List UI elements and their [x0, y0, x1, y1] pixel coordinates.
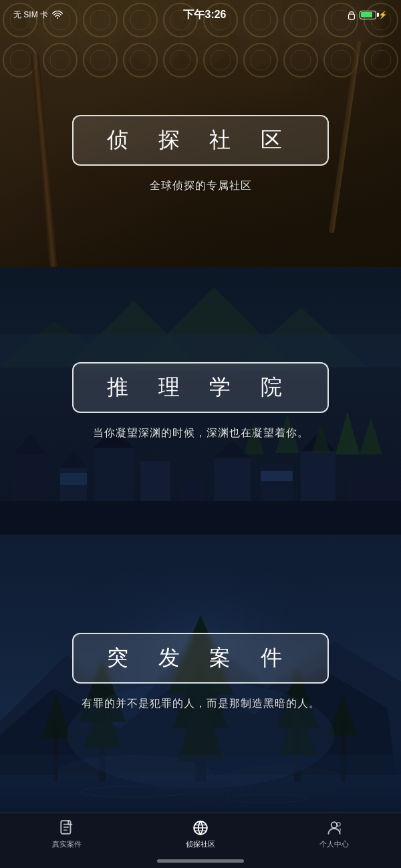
battery-body	[360, 11, 376, 19]
nav-label-community: 侦探社区	[186, 839, 215, 849]
nav-label-profile: 个人中心	[319, 839, 349, 849]
battery-fill	[361, 12, 372, 17]
nav-item-community[interactable]: 侦探社区	[134, 819, 267, 849]
svg-rect-1	[349, 14, 355, 19]
person-icon	[325, 819, 343, 837]
globe-icon	[192, 819, 209, 837]
nav-item-cases[interactable]: 真实案件	[0, 819, 134, 849]
section-reasoning-academy: 推 理 学 院 当你凝望深渊的时候，深渊也在凝望着你。	[0, 267, 401, 535]
battery: ⚡	[360, 11, 388, 19]
status-left: 无 SIM 卡	[13, 9, 63, 21]
status-bar: 无 SIM 卡 下午3:26 ⚡	[0, 0, 401, 29]
section3-title-box[interactable]: 突 发 案 件	[72, 633, 329, 684]
section3-subtitle: 有罪的并不是犯罪的人，而是那制造黑暗的人。	[68, 697, 333, 711]
home-indicator	[157, 859, 244, 863]
section2-title-box[interactable]: 推 理 学 院	[72, 362, 329, 413]
svg-rect-27	[0, 401, 401, 535]
status-time: 下午3:26	[183, 8, 226, 22]
section1-title: 侦 探 社 区	[107, 126, 295, 155]
section2-title: 推 理 学 院	[107, 373, 295, 402]
svg-point-61	[331, 822, 338, 828]
no-sim-label: 无 SIM 卡	[13, 9, 48, 21]
section3-title: 突 发 案 件	[107, 643, 295, 673]
section-emergency-cases: 突 发 案 件 有罪的并不是犯罪的人，而是那制造黑暗的人。	[0, 535, 401, 822]
wifi-icon	[52, 11, 63, 19]
svg-point-0	[57, 17, 58, 19]
section1-title-box[interactable]: 侦 探 社 区	[72, 115, 329, 166]
bolt-icon: ⚡	[378, 11, 388, 19]
nav-label-cases: 真实案件	[52, 839, 82, 849]
nav-item-profile[interactable]: 个人中心	[267, 819, 401, 849]
mountain-bg	[0, 267, 401, 368]
lock-icon	[347, 9, 356, 20]
section-detective-community: 侦 探 社 区 全球侦探的专属社区	[0, 0, 401, 267]
village-silhouette	[0, 401, 401, 535]
status-right: ⚡	[347, 9, 388, 20]
section2-subtitle: 当你凝望深渊的时候，深渊也在凝望着你。	[93, 426, 309, 440]
document-icon	[58, 819, 76, 837]
section1-subtitle: 全球侦探的专属社区	[150, 179, 252, 193]
